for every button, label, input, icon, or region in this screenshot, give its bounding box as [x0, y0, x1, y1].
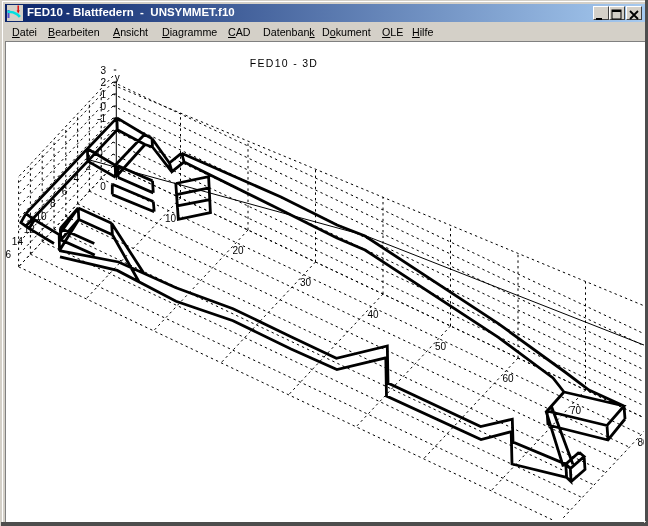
svg-text:14: 14	[12, 236, 24, 247]
svg-text:y: y	[115, 72, 120, 83]
svg-text:6: 6	[62, 186, 68, 197]
svg-text:0: 0	[100, 101, 106, 112]
svg-text:FED10 - 3D: FED10 - 3D	[250, 57, 318, 69]
svg-text:0: 0	[100, 181, 106, 192]
svg-text:1: 1	[100, 89, 106, 100]
svg-text:10: 10	[165, 213, 177, 224]
svg-text:8: 8	[50, 198, 56, 209]
svg-text:70: 70	[570, 405, 582, 416]
svg-text:3: 3	[100, 65, 106, 76]
svg-text:2: 2	[100, 77, 106, 88]
svg-text:50: 50	[435, 341, 447, 352]
svg-text:4: 4	[74, 173, 80, 184]
svg-text:0: 0	[97, 148, 103, 159]
svg-text:40: 40	[367, 309, 379, 320]
svg-text:60: 60	[502, 373, 514, 384]
svg-text:10: 10	[35, 211, 47, 222]
svg-text:2: 2	[85, 161, 91, 172]
svg-text:20: 20	[232, 245, 244, 256]
svg-text:-1: -1	[97, 113, 106, 124]
svg-text:16: 16	[1, 249, 12, 260]
svg-text:12: 12	[24, 224, 36, 235]
svg-text:80: 80	[637, 437, 648, 448]
svg-text:30: 30	[300, 277, 312, 288]
